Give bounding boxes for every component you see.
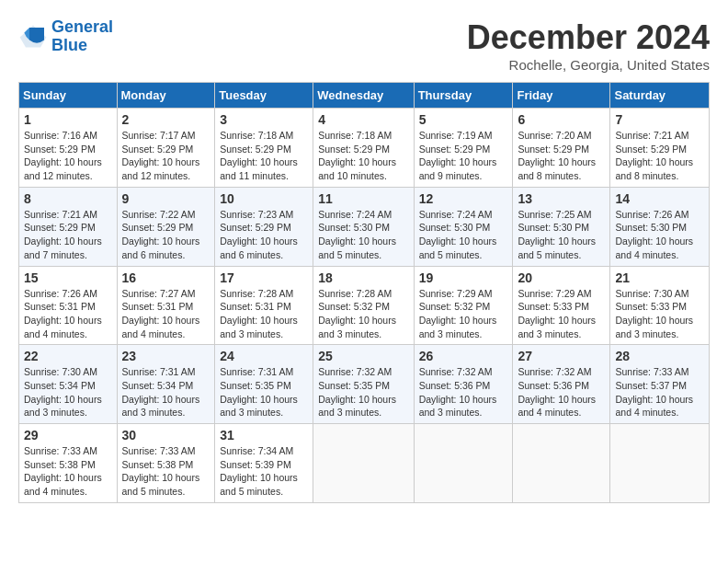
calendar-day-9: 9Sunrise: 7:22 AMSunset: 5:29 PMDaylight… (117, 187, 215, 266)
calendar-table: SundayMondayTuesdayWednesdayThursdayFrid… (18, 82, 710, 503)
calendar-day-29: 29Sunrise: 7:33 AMSunset: 5:38 PMDayligh… (19, 424, 118, 503)
calendar-day-27: 27Sunrise: 7:32 AMSunset: 5:36 PMDayligh… (513, 345, 610, 424)
header-thursday: Thursday (414, 83, 513, 109)
header-wednesday: Wednesday (313, 83, 414, 109)
calendar-day-30: 30Sunrise: 7:33 AMSunset: 5:38 PMDayligh… (117, 424, 215, 503)
calendar-week-5: 29Sunrise: 7:33 AMSunset: 5:38 PMDayligh… (19, 424, 710, 503)
logo-icon (18, 24, 48, 50)
calendar-day-12: 12Sunrise: 7:24 AMSunset: 5:30 PMDayligh… (414, 187, 513, 266)
calendar-empty (414, 424, 513, 503)
calendar-day-18: 18Sunrise: 7:28 AMSunset: 5:32 PMDayligh… (313, 266, 414, 345)
calendar-day-1: 1Sunrise: 7:16 AMSunset: 5:29 PMDaylight… (19, 109, 118, 188)
calendar-day-11: 11Sunrise: 7:24 AMSunset: 5:30 PMDayligh… (313, 187, 414, 266)
calendar-day-26: 26Sunrise: 7:32 AMSunset: 5:36 PMDayligh… (414, 345, 513, 424)
calendar-day-8: 8Sunrise: 7:21 AMSunset: 5:29 PMDaylight… (19, 187, 118, 266)
calendar-day-16: 16Sunrise: 7:27 AMSunset: 5:31 PMDayligh… (117, 266, 215, 345)
calendar-week-2: 8Sunrise: 7:21 AMSunset: 5:29 PMDaylight… (19, 187, 710, 266)
calendar-day-24: 24Sunrise: 7:31 AMSunset: 5:35 PMDayligh… (215, 345, 313, 424)
calendar-empty (513, 424, 610, 503)
calendar-header-row: SundayMondayTuesdayWednesdayThursdayFrid… (19, 83, 710, 109)
calendar-day-7: 7Sunrise: 7:21 AMSunset: 5:29 PMDaylight… (610, 109, 710, 188)
calendar-day-21: 21Sunrise: 7:30 AMSunset: 5:33 PMDayligh… (610, 266, 710, 345)
header-tuesday: Tuesday (215, 83, 313, 109)
logo-text: General Blue (51, 18, 113, 55)
header-saturday: Saturday (610, 83, 710, 109)
calendar-day-17: 17Sunrise: 7:28 AMSunset: 5:31 PMDayligh… (215, 266, 313, 345)
calendar-empty (610, 424, 710, 503)
calendar-week-4: 22Sunrise: 7:30 AMSunset: 5:34 PMDayligh… (19, 345, 710, 424)
calendar-day-6: 6Sunrise: 7:20 AMSunset: 5:29 PMDaylight… (513, 109, 610, 188)
calendar-empty (313, 424, 414, 503)
header-monday: Monday (117, 83, 215, 109)
logo: General Blue (18, 18, 113, 55)
title-block: December 2024 Rochelle, Georgia, United … (467, 18, 710, 73)
calendar-day-31: 31Sunrise: 7:34 AMSunset: 5:39 PMDayligh… (215, 424, 313, 503)
page-header: General Blue December 2024 Rochelle, Geo… (18, 18, 710, 73)
calendar-week-1: 1Sunrise: 7:16 AMSunset: 5:29 PMDaylight… (19, 109, 710, 188)
calendar-day-3: 3Sunrise: 7:18 AMSunset: 5:29 PMDaylight… (215, 109, 313, 188)
calendar-day-28: 28Sunrise: 7:33 AMSunset: 5:37 PMDayligh… (610, 345, 710, 424)
calendar-day-4: 4Sunrise: 7:18 AMSunset: 5:29 PMDaylight… (313, 109, 414, 188)
calendar-day-25: 25Sunrise: 7:32 AMSunset: 5:35 PMDayligh… (313, 345, 414, 424)
location: Rochelle, Georgia, United States (467, 57, 710, 73)
calendar-day-14: 14Sunrise: 7:26 AMSunset: 5:30 PMDayligh… (610, 187, 710, 266)
calendar-day-19: 19Sunrise: 7:29 AMSunset: 5:32 PMDayligh… (414, 266, 513, 345)
calendar-day-20: 20Sunrise: 7:29 AMSunset: 5:33 PMDayligh… (513, 266, 610, 345)
header-sunday: Sunday (19, 83, 118, 109)
month-title: December 2024 (467, 18, 710, 57)
calendar-day-10: 10Sunrise: 7:23 AMSunset: 5:29 PMDayligh… (215, 187, 313, 266)
calendar-day-15: 15Sunrise: 7:26 AMSunset: 5:31 PMDayligh… (19, 266, 118, 345)
calendar-day-22: 22Sunrise: 7:30 AMSunset: 5:34 PMDayligh… (19, 345, 118, 424)
header-friday: Friday (513, 83, 610, 109)
calendar-day-5: 5Sunrise: 7:19 AMSunset: 5:29 PMDaylight… (414, 109, 513, 188)
calendar-week-3: 15Sunrise: 7:26 AMSunset: 5:31 PMDayligh… (19, 266, 710, 345)
calendar-day-13: 13Sunrise: 7:25 AMSunset: 5:30 PMDayligh… (513, 187, 610, 266)
calendar-day-23: 23Sunrise: 7:31 AMSunset: 5:34 PMDayligh… (117, 345, 215, 424)
calendar-day-2: 2Sunrise: 7:17 AMSunset: 5:29 PMDaylight… (117, 109, 215, 188)
